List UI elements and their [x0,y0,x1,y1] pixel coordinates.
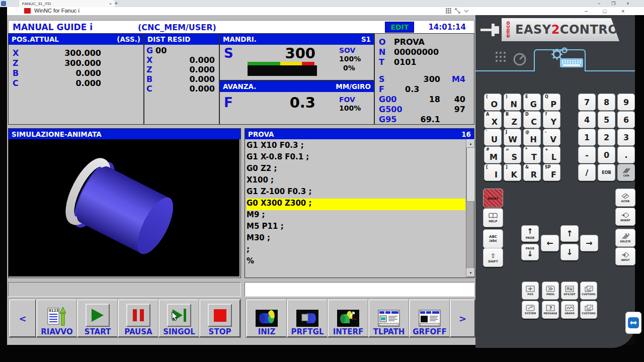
maximize-icon[interactable]: □ [603,8,606,14]
key-5[interactable]: 5 [598,111,615,128]
key-slash[interactable]: / [578,164,596,181]
key-O[interactable]: (O [484,94,502,111]
softkey-page-left[interactable]: < [9,299,36,337]
shift-key[interactable]: ⇧ SHIFT [483,248,503,267]
key-minus[interactable]: - [578,146,596,163]
prog-key[interactable]: PROG [542,282,559,300]
gcode-line-active[interactable]: G0 X300 Z300 ; [247,199,465,210]
key-K[interactable]: ]K [504,164,521,181]
system-key[interactable]: SYSTEM [522,301,539,319]
page-up-key[interactable]: ↑PAGE [521,225,539,242]
cursor-left-key[interactable]: ← [541,235,559,251]
key-7[interactable]: 7 [578,94,596,111]
insert-key[interactable]: INSERT [615,208,635,226]
key-G[interactable]: EG [523,94,541,111]
key-P[interactable]: QP [543,94,560,111]
new-tab-button[interactable]: + [115,1,118,6]
key-Y[interactable]: ?Y [543,111,560,128]
tab-keyboard[interactable] [548,46,588,68]
close-icon[interactable]: × [621,8,624,14]
softkey-start[interactable]: START [77,299,118,337]
softkey-pausa[interactable]: PAUSA [118,299,159,337]
expand-icon[interactable] [455,8,460,14]
ofs-set-key[interactable]: OFS/SET [561,282,578,300]
key-R[interactable]: &R [523,164,541,181]
softkey-singol[interactable]: SINGOL [158,299,200,337]
scrollbar-thumb[interactable] [466,147,475,202]
graph-key[interactable]: GRAPH [561,301,578,319]
gcode-line[interactable]: G1 X-0.8 F0.1 ; [247,152,465,164]
softkey-riavvo[interactable]: 0123 RIAVVO [36,299,77,337]
key-X[interactable]: AX [484,111,502,128]
softkey-page-right[interactable]: > [450,299,475,337]
cursor-right-key[interactable]: → [580,235,598,251]
reset-key[interactable]: RESET [483,189,503,208]
custom2-key[interactable]: CUSTOM2 [580,301,597,319]
key-N[interactable]: )N [504,94,521,111]
key-M[interactable]: #M [484,146,502,163]
pos-key[interactable]: POS [522,282,539,300]
grid-icon[interactable] [446,8,451,14]
key-decimal[interactable]: . [617,146,635,163]
softkey-prftgl[interactable]: PRFTGL [287,299,328,337]
gcode-line[interactable]: M30 ; [247,233,465,245]
key-U[interactable]: 'U [484,129,502,146]
key-V[interactable]: -V [543,129,560,146]
softkey-tlpath[interactable]: TLPATH [368,299,410,337]
alter-key[interactable]: ALTER [615,189,635,207]
key-C[interactable]: DC [523,111,541,128]
minimize-icon[interactable]: − [585,8,588,14]
key-4[interactable]: 4 [578,111,596,128]
key-9[interactable]: 9 [617,94,635,111]
browser-tab[interactable]: FANUC_31_iTD × [19,0,115,7]
help-key[interactable]: HELP [483,208,503,227]
page-down-key[interactable]: PAGE↓ [521,244,539,260]
tab-close-icon[interactable]: × [109,2,112,6]
message-key[interactable]: ? MESSAGE [542,301,559,319]
delete-key[interactable]: DELETE [615,229,635,247]
close-icon[interactable]: × [626,1,629,6]
cursor-up-key[interactable]: ↑ [560,225,579,242]
gcode-line[interactable]: G1 X10 F0.3 ; [247,141,465,152]
key-eob[interactable]: EOB [598,164,615,181]
key-Z[interactable]: BZ [504,111,521,128]
remote-access-badge[interactable] [625,312,641,334]
key-6[interactable]: 6 [617,111,635,128]
key-I[interactable]: [I [484,164,502,181]
key-T[interactable]: *T [523,146,541,163]
gcode-line[interactable]: M5 P11 ; [247,222,465,233]
scroll-down-icon[interactable]: ▼ [466,268,475,277]
gcode-line[interactable]: M9 ; [247,210,465,222]
chevron-down-icon[interactable] [464,9,469,13]
gcode-line[interactable]: G1 Z-100 F0.3 ; [247,187,465,199]
tab-machine-controls[interactable] [494,49,532,67]
key-W[interactable]: JW [504,129,521,146]
key-0[interactable]: 0 [598,146,615,163]
scrollbar[interactable]: ▲ ▼ [466,139,474,277]
softkey-stop[interactable]: STOP [199,299,240,337]
input-key[interactable]: INPUT [615,247,635,265]
key-H[interactable]: @H [523,129,541,146]
softkey-interf[interactable]: INTERF [328,299,369,337]
simulation-viewport[interactable] [9,139,239,277]
gcode-line[interactable]: G0 Z2 ; [247,164,465,175]
key-8[interactable]: 8 [598,94,615,111]
gcode-line[interactable]: ; [247,245,465,256]
abc-key[interactable]: ABC /abc [483,229,503,248]
minimize-icon[interactable]: − [598,1,600,6]
cursor-down-key[interactable]: ↓ [560,244,579,260]
key-3[interactable]: 3 [617,129,635,146]
key-1[interactable]: 1 [578,129,596,146]
key-F[interactable]: SPF [543,164,560,181]
softkey-iniz[interactable]: INIZ [246,299,287,337]
scroll-up-icon[interactable]: ▲ [466,139,475,148]
gcode-line[interactable]: X100 ; [247,175,465,187]
restore-icon[interactable]: ❐ [611,1,615,6]
key-L[interactable]: +L [543,146,560,163]
edit-input-strip[interactable] [245,282,474,297]
gcode-listing[interactable]: G1 X10 F0.3 ; G1 X-0.8 F0.1 ; G0 Z2 ; X1… [247,141,465,268]
softkey-grfoff[interactable]: GRFOFF [409,299,450,337]
key-2[interactable]: 2 [598,129,615,146]
custom1-key[interactable]: CUSTOM1 [580,282,597,300]
key-S[interactable]: =S [504,146,521,163]
